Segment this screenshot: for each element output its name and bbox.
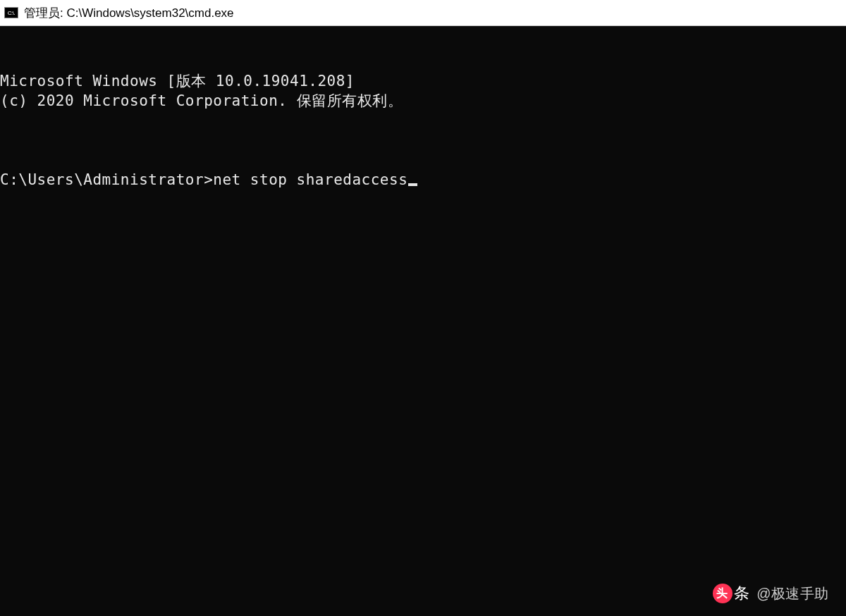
cmd-icon-text: C:\. xyxy=(8,10,15,16)
terminal-prompt: C:\Users\Administrator> xyxy=(0,171,213,188)
watermark: 头 条 @极速手助 xyxy=(713,584,829,603)
window-titlebar[interactable]: C:\. 管理员: C:\Windows\system32\cmd.exe xyxy=(0,0,846,26)
watermark-handle: @极速手助 xyxy=(756,584,829,603)
watermark-logo-icon: 头 xyxy=(713,584,732,603)
watermark-logo-text: 条 xyxy=(734,584,750,603)
watermark-logo: 头 条 xyxy=(713,584,750,603)
terminal-cursor xyxy=(408,183,417,186)
cmd-icon: C:\. xyxy=(4,7,18,18)
terminal-area[interactable]: Microsoft Windows [版本 10.0.19041.208](c)… xyxy=(0,26,846,616)
terminal-output-line-2: (c) 2020 Microsoft Corporation. 保留所有权利。 xyxy=(0,91,846,111)
terminal-output-line-1: Microsoft Windows [版本 10.0.19041.208] xyxy=(0,71,846,91)
terminal-command-input[interactable]: net stop sharedaccess xyxy=(213,171,407,188)
window-title: 管理员: C:\Windows\system32\cmd.exe xyxy=(24,5,234,21)
terminal-prompt-line: C:\Users\Administrator>net stop sharedac… xyxy=(0,170,846,190)
